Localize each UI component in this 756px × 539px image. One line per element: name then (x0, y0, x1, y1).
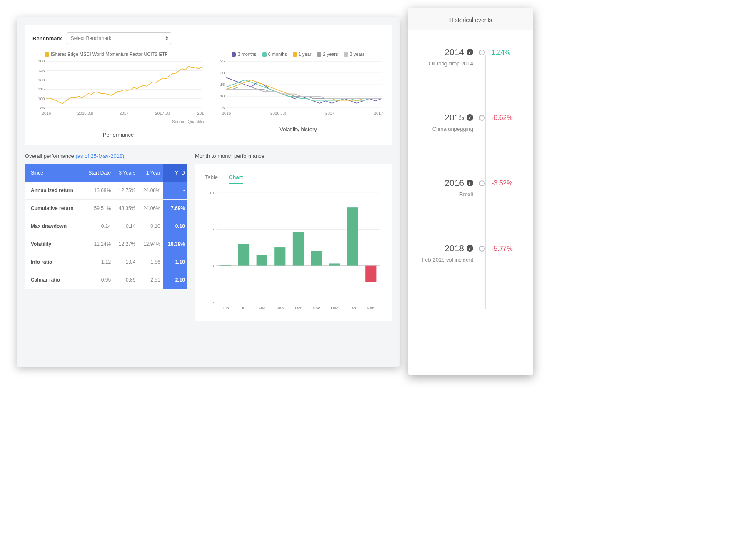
benchmark-select-wrap[interactable]: Select Benchmark ▲▼ (67, 32, 171, 44)
svg-text:15: 15 (220, 82, 225, 87)
metric-value: 12.27% (113, 235, 138, 253)
svg-text:Jun: Jun (222, 306, 229, 310)
metric-label: Volatility (25, 235, 82, 253)
svg-text:Dec: Dec (331, 306, 338, 310)
perf-header: Start Date (82, 164, 113, 182)
svg-text:2017: 2017 (325, 111, 334, 115)
overall-performance-table: SinceStart Date3 Years1 YearYTD Annualiz… (25, 164, 187, 289)
table-row: Info ratio1.121.041.861.10 (25, 253, 187, 271)
svg-text:10: 10 (210, 190, 215, 195)
metric-value: 1.86 (138, 253, 162, 271)
metric-label: Max drawdown (25, 217, 82, 235)
event-year: 2016 i (444, 178, 473, 188)
svg-text:145: 145 (38, 68, 45, 73)
timeline-dot (479, 50, 485, 55)
svg-text:Aug: Aug (258, 306, 266, 310)
svg-text:Feb: Feb (367, 306, 375, 310)
svg-text:2016: 2016 (222, 111, 231, 115)
metric-value: 0.14 (113, 217, 138, 235)
svg-text:5: 5 (222, 105, 225, 110)
vol-legend-item: 3 months (232, 52, 256, 57)
event-value: -5.77% (492, 245, 513, 252)
svg-text:2017 Jul: 2017 Jul (374, 111, 384, 115)
benchmark-select[interactable]: Select Benchmark (67, 32, 171, 44)
performance-line-chart: 8510011513014516020162016 Jul20172017 Ju… (32, 58, 204, 117)
svg-rect-50 (311, 251, 322, 266)
vol-legend-item: 6 months (262, 52, 287, 57)
svg-text:160: 160 (38, 59, 45, 63)
svg-text:2016: 2016 (42, 111, 51, 115)
svg-text:2016 Jul: 2016 Jul (270, 111, 286, 115)
event-value: -6.62% (492, 114, 513, 122)
volatility-legend: 3 months6 months1 year2 years3 years (212, 52, 384, 57)
info-icon[interactable]: i (467, 180, 473, 186)
tab-chart[interactable]: Chart (229, 172, 243, 184)
volatility-chart-title: Volatility history (212, 126, 384, 132)
top-charts-card: Benchmark Select Benchmark ▲▼ iShares Ed… (25, 25, 392, 145)
timeline-dot (479, 246, 485, 252)
metric-value: 2.10 (163, 271, 187, 289)
metric-label: Info ratio (25, 253, 82, 271)
svg-text:100: 100 (38, 96, 45, 101)
volatility-chart-col: 3 months6 months1 year2 years3 years 510… (212, 52, 384, 138)
perf-header: 1 Year (138, 164, 162, 182)
metric-value: 12.94% (138, 235, 162, 253)
metric-value: 7.69% (163, 200, 187, 217)
svg-text:-5: -5 (210, 299, 214, 304)
metric-value: 12.75% (113, 182, 138, 200)
event-desc: China unpegging (417, 126, 473, 132)
tab-table[interactable]: Table (205, 172, 218, 184)
metric-value: 2.51 (138, 271, 162, 289)
monthly-title: Month to month performance (195, 153, 392, 159)
event-item[interactable]: 2015 iChina unpegging-6.62% (417, 112, 525, 132)
svg-text:2018: 2018 (197, 111, 204, 115)
dashboard-panel: Benchmark Select Benchmark ▲▼ iShares Ed… (17, 17, 400, 367)
svg-text:10: 10 (220, 94, 225, 98)
svg-text:Oct: Oct (295, 306, 302, 310)
metric-value: 0.14 (82, 217, 113, 235)
metric-value: 1.10 (163, 253, 187, 271)
info-icon[interactable]: i (467, 114, 473, 121)
table-row: Annualized return13.68%12.75%24.08%- (25, 182, 187, 200)
svg-text:2016 Jul: 2016 Jul (77, 111, 93, 115)
event-desc: Feb 2018 vol incident (417, 257, 473, 263)
event-item[interactable]: 2016 iBrexit-3.52% (417, 178, 525, 197)
event-year: 2014 i (444, 47, 473, 57)
table-row: Max drawdown0.140.140.100.10 (25, 217, 187, 235)
metric-value: 18.39% (163, 235, 187, 253)
event-year: 2015 i (444, 112, 473, 122)
svg-rect-44 (257, 255, 267, 266)
event-item[interactable]: 2014 iOil long drop 20141.24% (417, 47, 525, 67)
metric-value: 13.68% (82, 182, 113, 200)
event-value: 1.24% (492, 49, 510, 56)
svg-text:Sep: Sep (276, 306, 284, 310)
info-icon[interactable]: i (467, 245, 473, 252)
svg-text:0: 0 (212, 263, 214, 268)
event-desc: Oil long drop 2014 (417, 60, 473, 67)
svg-text:25: 25 (220, 59, 225, 63)
monthly-bar-chart: -50510JunJulAugSepOctNovDecJanFeb (202, 188, 384, 313)
svg-text:130: 130 (38, 77, 45, 82)
svg-text:20: 20 (220, 70, 225, 75)
event-item[interactable]: 2018 iFeb 2018 vol incident-5.77% (417, 243, 525, 263)
svg-text:Jan: Jan (349, 306, 356, 310)
performance-chart-title: Performance (32, 132, 204, 138)
svg-text:2017 Jul: 2017 Jul (155, 111, 170, 115)
benchmark-label: Benchmark (32, 35, 62, 42)
timeline-dot (479, 115, 485, 121)
info-icon[interactable]: i (467, 49, 473, 55)
performance-chart-col: iShares Edge MSCI World Momentum Factor … (32, 52, 204, 138)
metric-value: 0.10 (163, 217, 187, 235)
historical-events-title: Historical events (408, 8, 533, 30)
chart-source: Source: Quantilia (32, 120, 204, 124)
timeline-dot (479, 180, 485, 186)
table-row: Calmar ratio0.950.892.512.10 (25, 271, 187, 289)
vol-legend-item: 2 years (317, 52, 338, 57)
metric-value: 1.12 (82, 253, 113, 271)
metric-label: Calmar ratio (25, 271, 82, 289)
perf-header: Since (25, 164, 82, 182)
metric-value: 24.08% (138, 182, 162, 200)
metric-value: - (163, 182, 187, 200)
event-year: 2018 i (444, 243, 473, 253)
svg-text:115: 115 (38, 87, 45, 91)
